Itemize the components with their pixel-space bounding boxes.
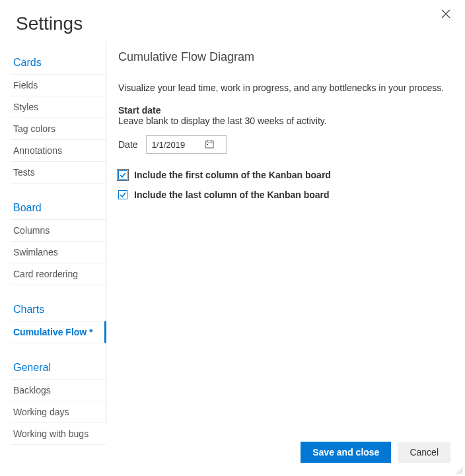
- date-input[interactable]: [152, 140, 205, 150]
- check-icon: [120, 191, 126, 198]
- sidebar-item-cumulative-flow[interactable]: Cumulative Flow *: [11, 321, 106, 343]
- start-date-label: Start date: [118, 105, 452, 116]
- sidebar-item-working-days[interactable]: Working days: [11, 401, 106, 423]
- svg-rect-6: [207, 144, 208, 145]
- include-last-checkbox[interactable]: [118, 190, 127, 199]
- sidebar-item-tag-colors[interactable]: Tag colors: [11, 118, 106, 139]
- cancel-button[interactable]: Cancel: [398, 442, 450, 463]
- date-label: Date: [118, 139, 138, 150]
- settings-content: Cumulative Flow Diagram Visualize your l…: [106, 41, 465, 424]
- resize-grip-icon[interactable]: [454, 465, 464, 475]
- dialog-title: Settings: [0, 0, 465, 41]
- sidebar-item-annotations[interactable]: Annotations: [11, 139, 106, 161]
- svg-rect-2: [205, 141, 213, 148]
- include-first-label: Include the first column of the Kanban b…: [134, 170, 331, 180]
- check-icon: [120, 172, 126, 178]
- sidebar-item-columns[interactable]: Columns: [11, 219, 106, 241]
- close-button[interactable]: [441, 9, 452, 20]
- include-first-checkbox[interactable]: [118, 170, 127, 180]
- sidebar-item-swimlanes[interactable]: Swimlanes: [11, 241, 106, 263]
- calendar-icon[interactable]: [205, 139, 214, 151]
- sidebar-section-general: General: [11, 355, 106, 379]
- close-icon: [441, 9, 450, 18]
- panel-description: Visualize your lead time, work in progre…: [118, 83, 452, 93]
- settings-sidebar: Cards Fields Styles Tag colors Annotatio…: [11, 41, 106, 424]
- sidebar-item-tests[interactable]: Tests: [11, 161, 106, 184]
- svg-line-9: [462, 473, 463, 474]
- sidebar-item-styles[interactable]: Styles: [11, 96, 106, 118]
- dialog-footer: Save and close Cancel: [301, 442, 450, 463]
- include-last-label: Include the last column of the Kanban bo…: [134, 189, 330, 200]
- sidebar-section-charts: Charts: [11, 297, 106, 321]
- panel-title: Cumulative Flow Diagram: [118, 50, 452, 64]
- date-input-wrap: [146, 135, 227, 154]
- sidebar-item-fields[interactable]: Fields: [11, 74, 106, 96]
- sidebar-item-working-with-bugs[interactable]: Working with bugs: [11, 423, 106, 445]
- sidebar-item-card-reordering[interactable]: Card reordering: [11, 263, 106, 285]
- sidebar-item-backlogs[interactable]: Backlogs: [11, 379, 106, 401]
- save-and-close-button[interactable]: Save and close: [301, 442, 391, 463]
- start-date-hint: Leave blank to display the last 30 weeks…: [118, 116, 452, 126]
- sidebar-section-cards: Cards: [11, 50, 106, 74]
- sidebar-section-board: Board: [11, 195, 106, 219]
